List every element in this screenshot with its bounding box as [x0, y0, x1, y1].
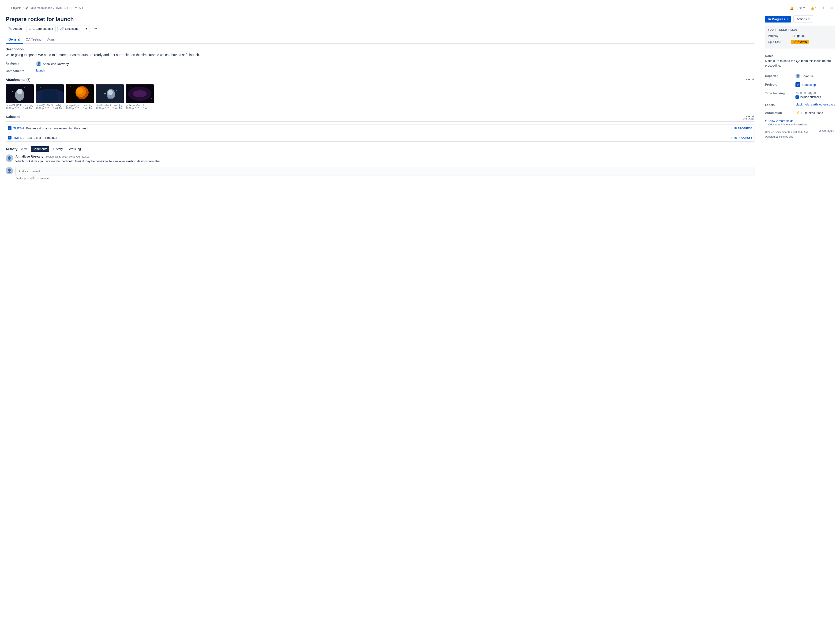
- share-button[interactable]: ⤴: [821, 5, 826, 11]
- breadcrumb-space[interactable]: Take me to space: [30, 6, 52, 9]
- more-options-button[interactable]: •••: [828, 5, 834, 11]
- share-icon: ⤴: [823, 6, 824, 10]
- create-subtask-button[interactable]: ⊞ Create subtask: [26, 25, 55, 32]
- attachment-date-5: 18 Sep 2020, 09:4: [126, 107, 154, 109]
- configure-button[interactable]: ⚙ Configure: [818, 129, 835, 133]
- labels-value: black-hole earth outer-space: [796, 103, 835, 106]
- notes-section: Notes Make sure to send the QA team this…: [765, 52, 835, 70]
- show-more-fields[interactable]: ▾ Show 2 more fields: [765, 117, 835, 123]
- attachments-title: Attachments (7): [6, 78, 30, 82]
- priority-text: Highest: [794, 34, 805, 38]
- include-subtasks-checkbox[interactable]: ✓: [796, 95, 799, 99]
- likes-button[interactable]: 👍 1: [809, 5, 818, 11]
- project-link[interactable]: Spaceship: [802, 83, 816, 87]
- breadcrumb-tmts4[interactable]: TMTS-4: [55, 6, 66, 9]
- attachment-thumb-4: [96, 84, 124, 103]
- label-outer-space[interactable]: outer-space: [819, 103, 835, 106]
- subtask-item[interactable]: ✓ TMTS-3 Test rocket in simulator ↑ IN P…: [6, 134, 755, 142]
- link-issue-button[interactable]: 🔗 Link issue: [57, 25, 81, 32]
- attachments-more-button[interactable]: •••: [746, 77, 750, 82]
- ellipsis-icon: •••: [830, 6, 833, 10]
- epic-value[interactable]: 🚀 Rocket: [791, 40, 808, 44]
- progress-text: 0% Done: [743, 117, 755, 120]
- reporter-name: Bryan Ye: [802, 74, 814, 78]
- dropdown-button[interactable]: ▾: [83, 25, 90, 32]
- link-icon: 🔗: [60, 27, 64, 30]
- breadcrumb: Projects / 🚀 Take me to space / TMTS-4 /…: [6, 3, 89, 9]
- current-user-avatar: 👤: [6, 167, 13, 174]
- activity-tab-history[interactable]: History: [52, 146, 65, 152]
- assignee-value[interactable]: 👤 Annaliese Rozvany: [36, 61, 69, 66]
- notifications-button[interactable]: 🔔: [788, 5, 795, 11]
- subtask-name-1: Ensure astronauts have everything they n…: [26, 127, 729, 130]
- actions-label: Actions: [797, 17, 807, 21]
- automation-label: Automation: [765, 111, 796, 115]
- attachment-date-3: 18 Sep 2020, 09:43 AM: [66, 107, 94, 109]
- status-button[interactable]: In Progress ▾: [765, 16, 791, 22]
- attachments-grid: nasa-OLlj17tU... ash.jpg 18 Sep 2020, 09…: [6, 84, 755, 109]
- chevron-down-icon: ▾: [765, 119, 767, 123]
- automation-value: ⚡ Rule executions: [796, 111, 835, 115]
- subtask-status-1: IN PROGRESS: [734, 127, 752, 130]
- attachment-name-5: guillermo-ferl... i: [126, 104, 154, 107]
- actions-button[interactable]: Actions ▾: [793, 16, 813, 23]
- tab-general[interactable]: General: [6, 36, 23, 44]
- priority-value[interactable]: ↑ Highest: [791, 33, 805, 38]
- tab-qa-testing[interactable]: QA Testing: [23, 36, 44, 44]
- epic-badge[interactable]: 🚀 Rocket: [791, 40, 808, 44]
- attachment-item[interactable]: niketh-vellank... ash.jpg 18 Sep 2020, 0…: [96, 84, 124, 109]
- attachment-name-3: ganapathy-ku... ash.jpg: [66, 104, 94, 107]
- watchers-button[interactable]: 👁 2: [798, 5, 806, 11]
- label-black-hole[interactable]: black-hole: [796, 103, 809, 106]
- pinned-title: YOUR PINNED FIELDS: [768, 28, 832, 31]
- toolbar: 📎 Attach ⊞ Create subtask 🔗 Link issue ▾…: [6, 25, 755, 32]
- reporter-label: Reporter: [765, 74, 796, 78]
- subtask-item[interactable]: ✓ TMTS-2 Ensure astronauts have everythi…: [6, 124, 755, 132]
- notes-label: Notes: [765, 54, 835, 58]
- subtask-id-1[interactable]: TMTS-2: [13, 127, 24, 130]
- attachment-item[interactable]: guillermo-ferl... i 18 Sep 2020, 09:4: [126, 84, 154, 109]
- include-subtasks-label: Include subtasks: [800, 95, 821, 99]
- thumbsup-icon: 👍: [810, 6, 814, 10]
- add-attachment-button[interactable]: +: [752, 77, 755, 82]
- subtask-id-2[interactable]: TMTS-3: [13, 136, 24, 139]
- updated-date: Updated 11 minutes ago: [765, 135, 808, 138]
- comment-input[interactable]: [16, 167, 755, 176]
- component-launch-link[interactable]: launch: [36, 69, 45, 72]
- svg-rect-22: [107, 98, 113, 100]
- subtask-icon: ⊞: [29, 27, 32, 30]
- activity-tab-comments[interactable]: Comments: [31, 146, 49, 152]
- issue-tabs: General QA Testing Admin: [6, 36, 755, 44]
- breadcrumb-tmts1[interactable]: TMTS-1: [73, 6, 83, 9]
- pro-tip: Pro tip: press M to comment: [16, 177, 755, 180]
- svg-point-15: [70, 87, 71, 87]
- attachment-item[interactable]: nasa-OLlj17tU... ash.jpg 18 Sep 2020, 09…: [6, 84, 34, 109]
- breadcrumb-space-icon: 🚀: [25, 6, 28, 9]
- svg-point-21: [107, 90, 113, 95]
- svg-point-9: [40, 87, 41, 89]
- assignee-label: Assignee: [6, 61, 36, 65]
- svg-point-1: [12, 91, 13, 92]
- status-actions-bar: In Progress ▾ Actions ▾: [765, 12, 835, 25]
- show-more-label: Show 2 more fields: [767, 119, 794, 123]
- created-date: Created September 8, 2020, 9:42 AM: [765, 131, 808, 133]
- svg-point-27: [149, 89, 149, 89]
- attachment-item[interactable]: nasa-Q1p7bh3... ash.jpg 18 Sep 2020, 09:…: [36, 84, 64, 109]
- svg-point-16: [89, 100, 89, 100]
- priority-row: Priority ↑ Highest: [768, 33, 832, 38]
- attachment-item[interactable]: ganapathy-ku... ash.jpg 18 Sep 2020, 09:…: [66, 84, 94, 109]
- activity-tab-worklog[interactable]: Work log: [67, 146, 83, 152]
- label-earth[interactable]: earth: [811, 103, 818, 106]
- attachment-date-2: 18 Sep 2020, 09:44 AM: [36, 107, 64, 109]
- more-icon: •••: [93, 27, 97, 30]
- subtasks-header: Subtasks ••• +: [6, 114, 755, 119]
- configure-label: Configure: [822, 129, 834, 133]
- breadcrumb-tmts1-icon: ✓: [69, 6, 72, 9]
- svg-point-3: [29, 96, 30, 97]
- breadcrumb-projects[interactable]: Projects: [11, 6, 21, 9]
- attach-button[interactable]: 📎 Attach: [6, 25, 24, 32]
- time-tracking-row: Time tracking No time logged ✓ Include s…: [765, 89, 835, 101]
- tab-admin[interactable]: Admin: [44, 36, 59, 44]
- more-actions-button[interactable]: •••: [92, 26, 99, 32]
- checkmark-icon: ✓: [796, 96, 798, 98]
